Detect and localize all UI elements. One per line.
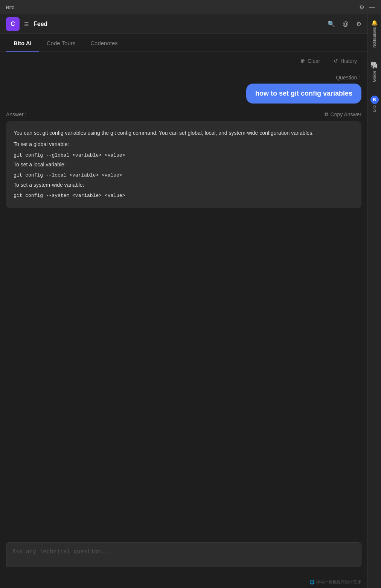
settings-header-icon[interactable]: ⚙ xyxy=(356,20,361,27)
trash-icon: 🗑 xyxy=(300,58,305,64)
answer-header: Answer : ⧉ Copy Answer xyxy=(6,111,361,117)
title-bar: Bito ⚙ — xyxy=(0,0,381,14)
copy-answer-button[interactable]: ⧉ Copy Answer xyxy=(325,111,361,117)
header-icons: 🔍 @ ⚙ xyxy=(328,20,361,27)
question-label: Question : xyxy=(6,75,361,81)
answer-label: Answer : xyxy=(6,111,26,117)
question-input[interactable] xyxy=(6,542,361,567)
input-area xyxy=(0,536,367,578)
feed-label: Feed xyxy=(34,21,323,27)
sidebar-notifications[interactable]: 🔔 Notifications xyxy=(370,17,378,50)
content-area: 🗑 Clear ↺ History Question : how to set … xyxy=(0,52,367,536)
main-layout: C ☰ Feed 🔍 @ ⚙ Bito AI Code Tours Codeno… xyxy=(0,14,381,588)
side-panel: 🔔 Notifications 🐘 Gradle B Bito xyxy=(367,14,381,588)
bito-avatar-icon: B xyxy=(370,96,379,104)
clear-button[interactable]: 🗑 Clear xyxy=(297,56,323,66)
answer-code-line: git config --local <variable> <value> xyxy=(14,171,354,180)
copy-icon: ⧉ xyxy=(325,111,328,117)
gradle-icon: 🐘 xyxy=(370,61,379,69)
answer-text-line: To set a global variable: xyxy=(14,140,354,149)
app-panel: C ☰ Feed 🔍 @ ⚙ Bito AI Code Tours Codeno… xyxy=(0,14,367,588)
search-icon[interactable]: 🔍 xyxy=(328,20,335,27)
tabs-bar: Bito AI Code Tours Codenotes xyxy=(0,34,367,52)
settings-icon[interactable]: ⚙ xyxy=(359,4,364,11)
tab-code-tours[interactable]: Code Tours xyxy=(39,34,83,52)
answer-box: You can set git config variables using t… xyxy=(6,121,361,208)
answer-text-line: You can set git config variables using t… xyxy=(14,129,354,138)
header: C ☰ Feed 🔍 @ ⚙ xyxy=(0,14,367,34)
sidebar-gradle[interactable]: 🐘 Gradle xyxy=(370,59,379,84)
answer-code-line: git config --system <variable> <value> xyxy=(14,192,354,200)
hamburger-icon[interactable]: ☰ xyxy=(24,21,29,27)
answer-code-line: git config --global <variable> <value> xyxy=(14,151,354,160)
history-button[interactable]: ↺ History xyxy=(331,56,360,66)
question-bubble: how to set git config variables xyxy=(246,84,361,104)
answer-text-line: To set a local variable: xyxy=(14,160,354,169)
sidebar-bito[interactable]: B Bito xyxy=(370,93,379,114)
bell-icon: 🔔 xyxy=(371,20,378,26)
title-bar-controls: ⚙ — xyxy=(359,4,375,11)
history-icon: ↺ xyxy=(334,58,338,64)
tab-codenotes[interactable]: Codenotes xyxy=(83,34,125,52)
app-title: Bito xyxy=(6,5,14,10)
avatar[interactable]: C xyxy=(6,17,20,31)
answer-text-line: To set a system-wide variable: xyxy=(14,181,354,190)
tab-bito-ai[interactable]: Bito AI xyxy=(6,34,39,52)
watermark: 🌐 禅与计算机程序设计艺术 xyxy=(0,578,367,588)
mention-icon[interactable]: @ xyxy=(343,21,349,27)
toolbar-row: 🗑 Clear ↺ History xyxy=(6,56,361,66)
minimize-icon[interactable]: — xyxy=(369,4,375,11)
